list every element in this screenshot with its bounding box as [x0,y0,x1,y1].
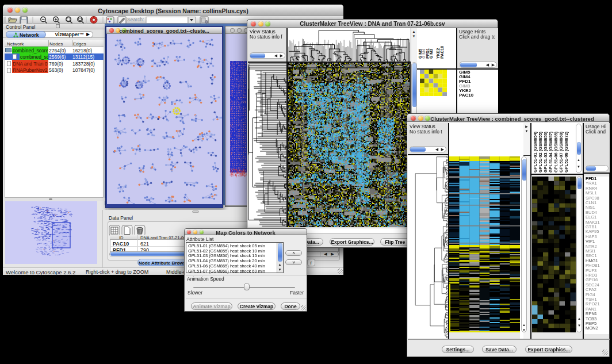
svg-text:Search:: Search: [127,17,144,22]
